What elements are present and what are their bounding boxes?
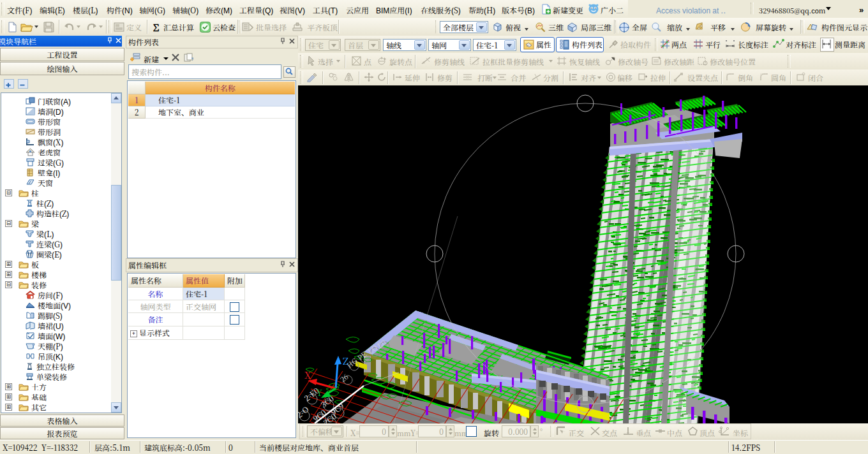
svg-text:Y: Y	[317, 386, 322, 399]
svg-text:2-O: 2-O	[298, 404, 311, 420]
svg-text:X: X	[304, 368, 311, 381]
svg-text:Z: Z	[343, 354, 348, 367]
